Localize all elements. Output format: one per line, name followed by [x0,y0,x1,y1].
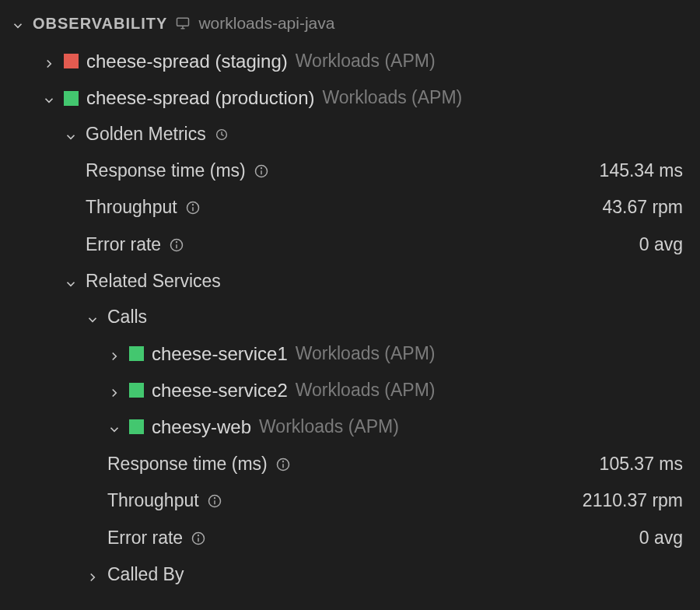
info-icon[interactable] [169,237,184,253]
call-item-suffix: Workloads (APM) [296,379,436,402]
info-icon[interactable] [254,163,269,179]
svg-point-9 [192,205,193,205]
chevron-right-icon [42,54,56,68]
entity-row-production[interactable]: cheese-spread (production) Workloads (AP… [8,79,683,116]
related-services-title: Related Services [86,270,221,293]
metric-label: Response time (ms) [107,453,268,476]
status-square-green [64,91,79,106]
metric-row-response-time-cheesy: Response time (ms) 105.37 ms [8,446,683,483]
golden-metrics-title: Golden Metrics [86,123,206,146]
info-icon[interactable] [207,493,222,509]
metric-label: Error rate [107,527,183,550]
section-title: OBSERVABILITY [33,13,167,33]
svg-point-15 [282,461,283,461]
chevron-right-icon [86,568,100,582]
entity-name: cheese-spread (staging) [86,49,288,73]
chevron-down-icon [64,128,78,142]
calls-header[interactable]: Calls [8,300,683,335]
status-square-red [64,54,79,68]
svg-rect-0 [177,18,189,26]
metric-value: 0 avg [639,527,683,550]
metric-row-throughput-cheesy: Throughput 2110.37 rpm [8,482,683,520]
called-by-title: Called By [107,563,184,587]
entity-name: cheese-spread (production) [86,86,315,110]
chevron-right-icon [107,384,121,398]
metric-value: 105.37 ms [600,453,683,476]
metric-value: 145.34 ms [600,160,683,183]
entity-row-staging[interactable]: cheese-spread (staging) Workloads (APM) [8,43,683,79]
status-square-green [129,346,144,361]
metric-label: Error rate [86,233,161,257]
svg-point-18 [214,498,215,499]
metric-value: 43.67 rpm [602,196,683,219]
call-item-suffix: Workloads (APM) [259,415,399,439]
metric-row-throughput: Throughput 43.67 rpm [8,189,683,226]
section-header[interactable]: OBSERVABILITY workloads-api-java [8,8,683,43]
monitor-icon [175,16,191,31]
status-square-green [129,419,144,434]
chevron-down-icon [42,91,56,105]
chevron-down-icon [64,275,78,289]
status-square-green [129,383,144,398]
call-item-name: cheese-service1 [152,342,288,366]
chevron-down-icon [11,16,25,30]
call-item-cheese-service2[interactable]: cheese-service2 Workloads (APM) [8,372,683,408]
chevron-down-icon [107,420,121,434]
metric-label: Throughput [107,489,199,513]
svg-point-21 [198,535,199,536]
info-icon[interactable] [191,531,206,546]
call-item-cheese-service1[interactable]: cheese-service1 Workloads (APM) [8,335,683,372]
entity-suffix: Workloads (APM) [296,50,436,73]
metric-row-error-rate-cheesy: Error rate 0 avg [8,520,683,557]
chevron-right-icon [107,347,121,361]
metric-value: 2110.37 rpm [583,489,683,513]
calls-title: Calls [107,306,147,329]
metric-row-response-time: Response time (ms) 145.34 ms [8,152,683,190]
info-icon[interactable] [185,200,201,216]
metric-value: 0 avg [639,233,683,257]
call-item-cheesy-web[interactable]: cheesy-web Workloads (APM) [8,408,683,445]
metric-row-error-rate: Error rate 0 avg [8,226,683,264]
call-item-name: cheesy-web [152,415,251,439]
info-icon[interactable] [275,457,291,472]
svg-point-6 [261,167,261,168]
call-item-suffix: Workloads (APM) [296,342,436,366]
chevron-down-icon [86,310,100,324]
svg-point-12 [177,242,177,243]
project-name: workloads-api-java [198,12,334,33]
related-services-header[interactable]: Related Services [8,264,683,300]
metric-label: Throughput [86,196,177,219]
observability-panel: OBSERVABILITY workloads-api-java cheese-… [0,0,700,593]
golden-metrics-header[interactable]: Golden Metrics [8,117,683,152]
call-item-name: cheese-service2 [152,378,288,402]
clock-icon [214,127,229,142]
called-by-header[interactable]: Called By [8,557,683,593]
metric-label: Response time (ms) [86,160,246,183]
entity-suffix: Workloads (APM) [323,86,463,110]
